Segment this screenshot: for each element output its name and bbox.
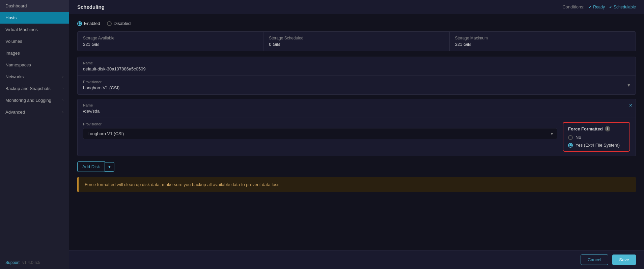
sidebar-item-label: Backup and Snapshots — [5, 86, 51, 91]
storage-info-row: Storage Available 321 GiB Storage Schedu… — [77, 31, 636, 51]
sidebar-item-hosts[interactable]: Hosts — [0, 12, 69, 24]
storage-available-value: 321 GiB — [83, 42, 258, 47]
sidebar-item-namespaces[interactable]: Namespaces — [0, 59, 69, 71]
force-no-option[interactable]: No — [568, 135, 625, 140]
sidebar-item-label: Advanced — [5, 110, 25, 115]
chevron-down-icon: › — [62, 75, 63, 79]
disk2-provisioner-label: Provisioner — [83, 122, 557, 126]
sidebar-item-advanced[interactable]: Advanced › — [0, 106, 69, 118]
support-link[interactable]: Support — [5, 260, 20, 265]
storage-scheduled-value: 0 GiB — [269, 42, 444, 47]
sidebar-item-label: Networks — [5, 74, 24, 79]
cancel-button[interactable]: Cancel — [581, 255, 608, 265]
warning-message: Force formatted will clean up disk data,… — [85, 182, 281, 187]
sidebar-item-dashboard[interactable]: Dashboard — [0, 0, 69, 12]
sidebar-item-label: Monitoring and Logging — [5, 98, 51, 103]
add-disk-wrap: Add Disk ▼ — [77, 161, 636, 172]
warning-banner: Force formatted will clean up disk data,… — [77, 177, 636, 192]
add-disk-dropdown-button[interactable]: ▼ — [105, 162, 114, 172]
force-no-label: No — [576, 135, 581, 140]
disabled-label: Disabled — [114, 21, 131, 26]
conditions-group: Conditions: ✓ Ready ✓ Schedulable — [562, 4, 636, 9]
disk1-provisioner-value: Longhorn V1 (CSI) — [83, 85, 630, 90]
disk2-card: × Name /dev/sda Provisioner Longhorn V1 … — [77, 99, 636, 156]
info-icon[interactable]: i — [605, 126, 610, 131]
sidebar-item-images[interactable]: Images — [0, 47, 69, 59]
enabled-radio-label[interactable]: Enabled — [77, 21, 100, 26]
sidebar-item-label: Volumes — [5, 39, 22, 44]
topbar: Scheduling Conditions: ✓ Ready ✓ Schedul… — [69, 0, 644, 14]
storage-available: Storage Available 321 GiB — [78, 32, 263, 51]
sidebar-item-volumes[interactable]: Volumes — [0, 35, 69, 47]
action-bar: Cancel Save — [69, 250, 644, 269]
storage-scheduled-label: Storage Scheduled — [269, 36, 444, 40]
sidebar: Dashboard Hosts Virtual Machines Volumes… — [0, 0, 69, 269]
force-yes-option[interactable]: Yes (Ext4 File System) — [568, 143, 625, 148]
check-icon: ✓ — [609, 5, 612, 9]
force-formatted-title: Force Formatted i — [568, 126, 625, 131]
provisioner-select-wrap: Provisioner Longhorn V1 (CSI) ▼ — [83, 122, 557, 139]
content-area: Enabled Disabled Storage Available 321 G… — [69, 14, 644, 250]
sidebar-item-backup-snapshots[interactable]: Backup and Snapshots › — [0, 83, 69, 94]
enabled-radio-dot — [77, 21, 82, 26]
sidebar-item-label: Virtual Machines — [5, 27, 38, 32]
version-label: v1.4.0-rc5 — [22, 260, 40, 265]
force-yes-label: Yes (Ext4 File System) — [576, 143, 620, 148]
sidebar-item-networks[interactable]: Networks › — [0, 71, 69, 83]
disabled-radio-label[interactable]: Disabled — [107, 21, 131, 26]
force-yes-radio — [568, 143, 573, 148]
provisioner-select-container: Longhorn V1 (CSI) ▼ — [83, 128, 557, 139]
condition-ready-label: Ready — [593, 5, 605, 9]
disk1-name-value: default-disk-30a107886a5c0509 — [83, 66, 630, 71]
page-title: Scheduling — [77, 4, 105, 10]
condition-ready-badge: ✓ Ready — [588, 5, 605, 9]
sidebar-footer: Support v1.4.0-rc5 — [0, 256, 69, 269]
force-no-radio — [568, 135, 573, 140]
sidebar-item-label: Dashboard — [5, 3, 27, 8]
disk2-name-row: Name /dev/sda — [78, 99, 636, 118]
disk1-provisioner-label: Provisioner — [83, 80, 630, 84]
sidebar-item-label: Images — [5, 51, 20, 56]
sidebar-item-label: Namespaces — [5, 62, 31, 67]
main-content: Scheduling Conditions: ✓ Ready ✓ Schedul… — [69, 0, 644, 269]
disk2-name-value: /dev/sda — [83, 109, 630, 114]
provisioner-select[interactable]: Longhorn V1 (CSI) — [83, 128, 557, 139]
condition-schedulable-badge: ✓ Schedulable — [609, 5, 636, 9]
dropdown-arrow-icon: ▼ — [627, 83, 631, 88]
disabled-radio-dot — [107, 21, 112, 26]
disk1-provisioner-row: Provisioner Longhorn V1 (CSI) ▼ — [78, 76, 636, 94]
chevron-down-icon: › — [62, 110, 63, 114]
disk2-close-button[interactable]: × — [629, 102, 632, 109]
provisioner-force-row: Provisioner Longhorn V1 (CSI) ▼ Force Fo… — [78, 118, 636, 156]
check-icon: ✓ — [588, 5, 592, 9]
condition-schedulable-label: Schedulable — [614, 5, 636, 9]
save-button[interactable]: Save — [612, 255, 636, 265]
sidebar-item-virtual-machines[interactable]: Virtual Machines — [0, 24, 69, 35]
disk1-name-row: Name default-disk-30a107886a5c0509 — [78, 57, 636, 76]
storage-maximum-value: 321 GiB — [455, 42, 630, 47]
storage-maximum-label: Storage Maximum — [455, 36, 630, 40]
storage-available-label: Storage Available — [83, 36, 258, 40]
chevron-down-icon: › — [62, 87, 63, 90]
force-formatted-box: Force Formatted i No Yes (Ext4 File Syst… — [563, 122, 630, 152]
storage-scheduled: Storage Scheduled 0 GiB — [263, 32, 449, 51]
scheduling-section: Enabled Disabled — [77, 21, 636, 26]
chevron-down-icon: › — [62, 98, 63, 102]
conditions-label: Conditions: — [562, 4, 584, 9]
enabled-label: Enabled — [84, 21, 100, 26]
sidebar-item-label: Hosts — [5, 15, 17, 20]
storage-maximum: Storage Maximum 321 GiB — [450, 32, 636, 51]
disk2-name-label: Name — [83, 103, 630, 107]
scheduling-radio-group: Enabled Disabled — [77, 21, 636, 26]
add-disk-button[interactable]: Add Disk — [77, 161, 105, 172]
disk1-card: Name default-disk-30a107886a5c0509 Provi… — [77, 57, 636, 95]
force-formatted-label: Force Formatted — [568, 126, 603, 131]
sidebar-item-monitoring[interactable]: Monitoring and Logging › — [0, 94, 69, 106]
disk1-name-label: Name — [83, 61, 630, 65]
